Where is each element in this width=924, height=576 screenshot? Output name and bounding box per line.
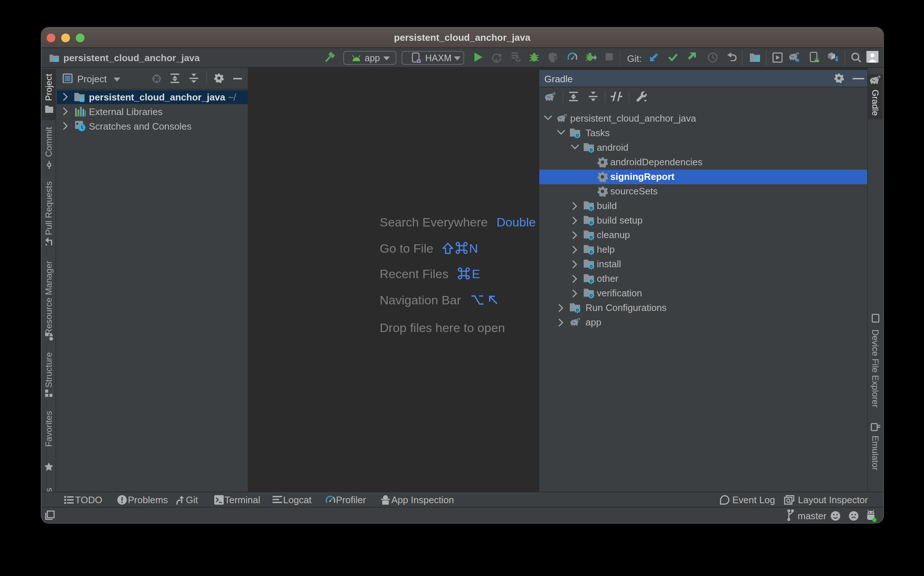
svg-text:A: A	[494, 57, 498, 62]
